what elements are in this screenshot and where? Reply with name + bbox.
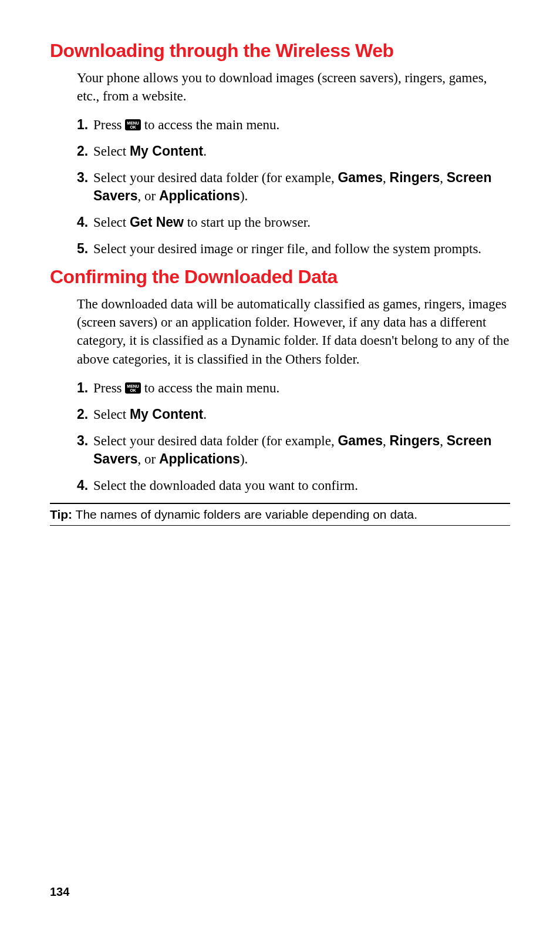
step-number: 3. [77, 169, 92, 205]
text-post: ). [240, 452, 248, 466]
text-pre: Select your desired image or ringer file… [93, 241, 481, 256]
step-text: Press MENUOK to access the main menu. [92, 379, 279, 397]
tip-box: Tip: The names of dynamic folders are va… [50, 503, 510, 526]
text-pre: Press [93, 381, 125, 395]
bold-term: Get New [130, 214, 184, 230]
page-number: 134 [50, 885, 69, 899]
step-number: 2. [77, 405, 92, 424]
text-mid: , [383, 434, 390, 448]
step-number: 4. [77, 213, 92, 231]
bold-term: Applications [159, 451, 240, 466]
step-text: Select My Content. [92, 142, 207, 160]
step-item: 3. Select your desired data folder (for … [77, 432, 510, 468]
text-post: to access the main menu. [141, 381, 279, 395]
bold-term: Games [338, 170, 383, 185]
step-text: Select your desired data folder (for exa… [92, 432, 510, 468]
step-item: 2. Select My Content. [77, 405, 510, 424]
text-post: . [203, 407, 207, 422]
step-number: 5. [77, 240, 92, 258]
step-item: 4. Select the downloaded data you want t… [77, 476, 510, 495]
text-post: ). [240, 189, 248, 203]
text-pre: Select [93, 215, 130, 230]
step-text: Select your desired image or ringer file… [92, 240, 481, 258]
text-mid: , [383, 170, 390, 185]
step-item: 1. Press MENUOK to access the main menu. [77, 379, 510, 397]
menu-ok-icon: MENUOK [125, 382, 141, 394]
bold-term: Games [338, 433, 383, 448]
tip-label: Tip: [50, 508, 72, 521]
step-item: 4. Select Get New to start up the browse… [77, 213, 510, 231]
step-text: Select your desired data folder (for exa… [92, 169, 510, 205]
bold-term: Ringers [390, 170, 440, 185]
step-number: 2. [77, 142, 92, 160]
steps-list: 1. Press MENUOK to access the main menu.… [77, 116, 510, 258]
step-item: 3. Select your desired data folder (for … [77, 169, 510, 205]
section-heading: Confirming the Downloaded Data [50, 266, 510, 288]
text-pre: Select [93, 144, 130, 159]
text-post: to access the main menu. [141, 117, 279, 132]
text-mid: , [440, 434, 447, 448]
step-item: 1. Press MENUOK to access the main menu. [77, 116, 510, 134]
intro-paragraph: The downloaded data will be automaticall… [77, 295, 510, 368]
menu-ok-icon: MENUOK [125, 119, 141, 130]
steps-list: 1. Press MENUOK to access the main menu.… [77, 379, 510, 495]
bold-term: My Content [130, 143, 203, 159]
tip-text: The names of dynamic folders are variabl… [72, 508, 417, 521]
step-text: Select the downloaded data you want to c… [92, 476, 358, 495]
text-pre: Select [93, 407, 130, 422]
step-item: 2. Select My Content. [77, 142, 510, 160]
step-item: 5. Select your desired image or ringer f… [77, 240, 510, 258]
text-post: . [203, 144, 207, 159]
section-heading: Downloading through the Wireless Web [50, 40, 510, 62]
text-mid: , or [137, 189, 158, 203]
text-pre: Select your desired data folder (for exa… [93, 170, 338, 185]
text-mid: , or [137, 452, 158, 466]
step-text: Select Get New to start up the browser. [92, 213, 311, 231]
text-post: to start up the browser. [184, 215, 311, 230]
intro-paragraph: Your phone allows you to download images… [77, 69, 510, 105]
text-pre: Press [93, 117, 125, 132]
bold-term: Applications [159, 188, 240, 203]
bold-term: My Content [130, 406, 203, 422]
bold-term: Ringers [390, 433, 440, 448]
step-number: 1. [77, 379, 92, 397]
step-number: 4. [77, 476, 92, 495]
step-number: 3. [77, 432, 92, 468]
text-mid: , [440, 170, 447, 185]
text-pre: Select the downloaded data you want to c… [93, 478, 358, 493]
step-text: Press MENUOK to access the main menu. [92, 116, 279, 134]
step-number: 1. [77, 116, 92, 134]
step-text: Select My Content. [92, 405, 207, 424]
text-pre: Select your desired data folder (for exa… [93, 434, 338, 448]
